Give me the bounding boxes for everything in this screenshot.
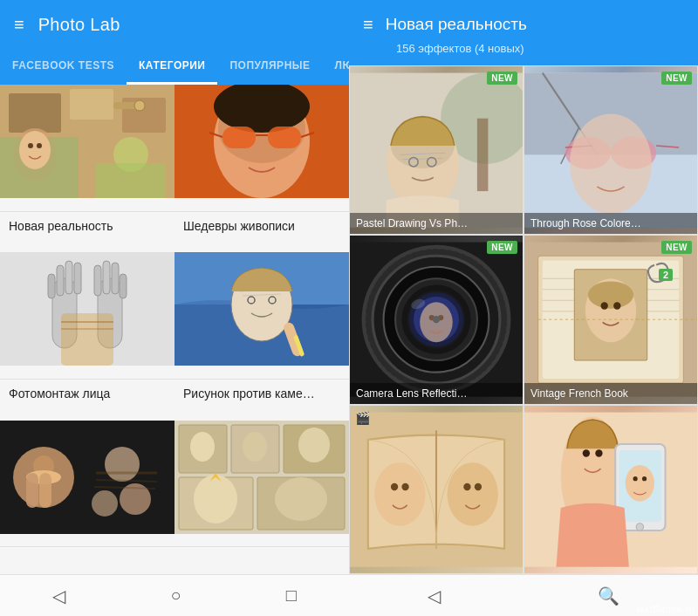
svg-point-137	[636, 523, 643, 530]
video-badge-5: 🎬	[355, 411, 370, 425]
svg-point-51	[92, 490, 118, 517]
category-cell-3[interactable]	[0, 252, 174, 366]
svg-point-8	[19, 131, 51, 169]
left-tabs: FACEBOOK TESTS КАТЕГОРИИ ПОПУЛЯРНЫЕ ЛЮ…	[0, 49, 349, 85]
category-cell-6[interactable]	[174, 421, 349, 534]
left-panel: ≡ Photo Lab FACEBOOK TESTS КАТЕГОРИИ ПОП…	[0, 0, 349, 616]
new-badge-4: NEW	[661, 241, 692, 254]
svg-point-64	[243, 432, 267, 462]
cat-name-2: Шедевры живописи	[174, 211, 349, 253]
effect-cell-3[interactable]: NEW Camera Lens Reflecti…	[349, 235, 524, 404]
tab-facebook-tests[interactable]: FACEBOOK TESTS	[0, 49, 127, 85]
svg-rect-52	[26, 473, 38, 508]
effect-label-1: Pastel Drawing Vs Ph…	[350, 213, 523, 234]
effect-cell-1[interactable]: NEW Pastel Drawing Vs Ph…	[349, 65, 524, 235]
effect-label-3: Camera Lens Reflecti…	[350, 383, 523, 404]
category-cell-5[interactable]	[0, 421, 174, 534]
svg-point-130	[583, 449, 590, 456]
cat-name-3: Фотомонтаж лица	[0, 379, 174, 421]
svg-rect-7	[96, 163, 166, 198]
category-cell-1[interactable]	[0, 85, 174, 198]
svg-rect-24	[57, 265, 64, 296]
svg-rect-25	[65, 261, 72, 294]
svg-rect-26	[74, 263, 81, 294]
num-badge-4: 2	[659, 269, 673, 281]
tab-populyarnye[interactable]: ПОПУЛЯРНЫЕ	[217, 49, 322, 85]
label-row-3	[0, 546, 349, 574]
svg-point-67	[275, 477, 327, 521]
left-category-grid: Новая реальность Шедевры живописи	[0, 85, 349, 574]
left-home-icon[interactable]: ○	[170, 585, 181, 606]
svg-point-134	[626, 465, 654, 502]
category-cell-4[interactable]	[174, 252, 349, 366]
new-badge-3: NEW	[487, 241, 517, 254]
svg-point-65	[298, 428, 330, 462]
left-hamburger-icon[interactable]: ≡	[14, 15, 24, 35]
cat-name-4: Рисунок против каме…	[174, 379, 349, 421]
svg-rect-30	[112, 263, 119, 294]
svg-point-89	[570, 113, 652, 214]
effect-cell-6[interactable]	[524, 405, 698, 574]
svg-rect-31	[94, 265, 101, 296]
svg-point-116	[613, 303, 620, 310]
svg-rect-17	[222, 127, 256, 148]
svg-rect-27	[48, 274, 55, 298]
svg-point-12	[134, 100, 145, 111]
left-back-icon[interactable]: ◁	[52, 585, 65, 606]
right-back-icon[interactable]: ◁	[428, 585, 441, 606]
right-panel: ≡ Новая реальность 156 эффектов (4 новых…	[349, 0, 698, 616]
svg-point-10	[37, 143, 42, 148]
svg-point-66	[194, 475, 237, 524]
tab-kategorii[interactable]: КАТЕГОРИИ	[127, 49, 217, 85]
new-badge-1: NEW	[487, 72, 517, 85]
svg-point-114	[588, 282, 633, 309]
svg-point-63	[190, 432, 215, 462]
cat-name-5	[0, 546, 174, 574]
left-nav-bar: ◁ ○ □	[0, 574, 349, 616]
svg-point-136	[642, 476, 647, 481]
right-title: Новая реальность	[386, 15, 527, 34]
effect-cell-2[interactable]: NEW Through Rose Colore…	[524, 65, 698, 235]
svg-point-49	[105, 447, 140, 482]
svg-rect-18	[268, 127, 301, 148]
effect-cell-4[interactable]: NEW 2 Vintage French Book	[524, 235, 698, 404]
svg-point-131	[595, 449, 602, 456]
svg-point-9	[28, 143, 33, 148]
right-header: ≡ Новая реальность 156 эффектов (4 новых…	[349, 0, 698, 65]
left-recents-icon[interactable]: □	[286, 585, 297, 606]
effect-cell-5[interactable]: 🎬	[349, 405, 524, 574]
label-row-2: Фотомонтаж лица Рисунок против каме…	[0, 379, 349, 421]
watermark: lastButton.ru	[637, 605, 695, 614]
right-subtitle: 156 эффектов (4 новых)	[363, 42, 684, 60]
category-cell-2[interactable]	[174, 85, 349, 198]
cat-name-6	[174, 546, 349, 574]
svg-rect-32	[120, 274, 127, 298]
svg-rect-71	[477, 119, 489, 191]
right-hamburger-icon[interactable]: ≡	[363, 15, 373, 35]
left-header: ≡ Photo Lab	[0, 0, 349, 49]
right-search-icon[interactable]: 🔍	[598, 585, 619, 606]
svg-rect-126	[350, 412, 523, 566]
left-app-title: Photo Lab	[38, 15, 120, 35]
svg-rect-29	[103, 261, 110, 294]
effect-label-2: Through Rose Colore…	[524, 213, 697, 234]
right-header-top: ≡ Новая реальность	[363, 7, 684, 42]
svg-rect-2	[70, 89, 113, 120]
svg-point-103	[433, 316, 440, 323]
svg-point-115	[601, 303, 608, 310]
cat-name-1: Новая реальность	[0, 211, 174, 253]
effect-label-4: Vintage French Book	[524, 383, 697, 404]
right-nav-bar: ◁ 🔍 lastButton.ru	[349, 574, 698, 616]
svg-point-135	[633, 476, 638, 481]
right-effects-grid: NEW Pastel Drawing Vs Ph…	[349, 65, 698, 574]
new-badge-2: NEW	[661, 72, 692, 85]
svg-rect-53	[39, 473, 51, 508]
svg-rect-1	[9, 93, 61, 133]
label-row-1: Новая реальность Шедевры живописи	[0, 211, 349, 253]
